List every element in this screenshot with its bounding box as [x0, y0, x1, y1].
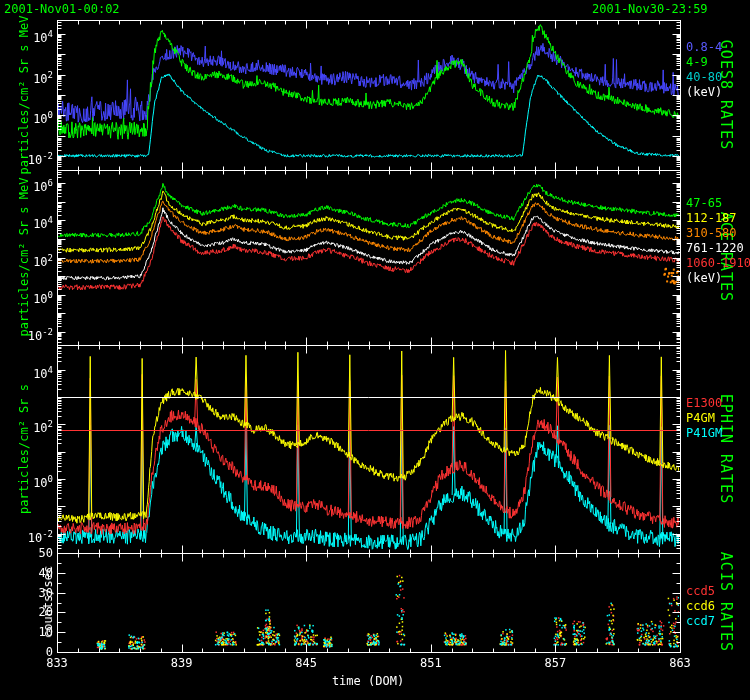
ylabel-acis: counts/sec [41, 566, 56, 638]
x-axis-title: time (DOM) [318, 674, 418, 689]
ylabel-goes8: particles/cm² Sr s MeV [17, 16, 32, 175]
ylabel-ace: particles/cm² Sr s MeV [17, 178, 32, 337]
radiation-rates-plot: 2001-Nov01-00:02 2001-Nov30-23:59 partic… [0, 0, 750, 700]
panel-label-goes8: GOES8 RATES [718, 40, 733, 150]
plot-end-date: 2001-Nov30-23:59 [592, 2, 708, 17]
panel-label-ace: ACE RATES [718, 212, 733, 302]
plot-canvas [0, 0, 750, 700]
panel-label-ephin: EPHIN RATES [718, 394, 733, 504]
panel-label-acis: ACIS RATES [718, 552, 733, 652]
ylabel-ephin: particles/cm² Sr s [17, 384, 32, 514]
